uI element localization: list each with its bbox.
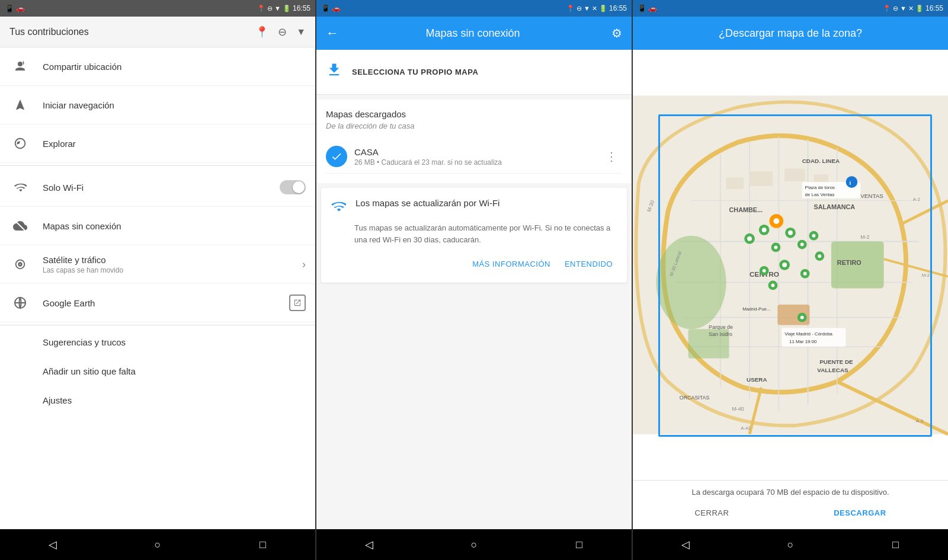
location-icon: 📍 <box>257 5 265 12</box>
sidebar-item-navigation[interactable]: Iniciar navegación <box>0 86 315 124</box>
p2-status-left: 📱 🚗 <box>321 4 341 12</box>
bottom-nav-panel1: ◁ ○ □ <box>0 529 315 560</box>
downloaded-title: Mapas descargados <box>326 109 622 119</box>
casa-meta-separator: • <box>377 158 382 167</box>
sidebar-item-offline-maps[interactable]: Mapas sin conexión <box>0 207 315 245</box>
svg-rect-27 <box>750 171 773 186</box>
p2-icon-sim: 📱 <box>321 4 330 12</box>
svg-point-62 <box>788 231 793 235</box>
back-button-p1[interactable]: ◁ <box>41 533 65 556</box>
svg-text:M-2: M-2 <box>922 273 930 278</box>
wifi-toggle[interactable] <box>280 180 306 194</box>
sidebar-item-share-location[interactable]: Compartir ubicación <box>0 47 315 86</box>
svg-point-4 <box>20 264 21 265</box>
minus-icon: ⊖ <box>267 5 273 12</box>
svg-text:Parque de: Parque de <box>709 324 733 330</box>
panel-offline-maps: 📱 🚗 📍 ⊖ ▼ ✕ 🔋 16:55 ← Mapas sin conexión… <box>316 0 632 560</box>
svg-point-56 <box>747 236 752 241</box>
sidebar-item-google-earth[interactable]: Google Earth <box>0 284 315 322</box>
svg-point-83 <box>800 316 804 319</box>
wifi-only-text: Solo Wi-Fi <box>43 183 280 193</box>
p2-nodata-icon: ✕ <box>592 5 597 12</box>
toggle-knob <box>293 181 305 193</box>
p2-location-icon: 📍 <box>566 5 575 12</box>
close-button[interactable]: CERRAR <box>680 504 743 522</box>
explore-label: Explorar <box>43 139 306 149</box>
statusbar-panel2: 📱 🚗 📍 ⊖ ▼ ✕ 🔋 16:55 <box>316 0 632 17</box>
satellite-chevron: › <box>302 258 306 271</box>
minus-header-icon[interactable]: ⊖ <box>278 25 287 39</box>
panel-menu: 📱 🚗 📍 ⊖ ▼ 🔋 16:55 Tus contribuciones 📍 ⊖… <box>0 0 315 560</box>
offline-maps-label: Mapas sin conexión <box>43 221 306 231</box>
add-place-label: Añadir un sitio que falta <box>43 366 136 376</box>
offline-maps-title: Mapas sin conexión <box>334 27 611 40</box>
select-own-map-section[interactable]: SELECCIONA TU PROPIO MAPA <box>316 50 632 95</box>
svg-point-70 <box>763 269 766 273</box>
svg-point-72 <box>803 272 807 276</box>
external-link-icon[interactable] <box>289 295 306 311</box>
svg-text:Plaza de toros: Plaza de toros <box>805 185 835 190</box>
svg-point-64 <box>800 243 804 247</box>
sidebar-item-suggestions[interactable]: Sugerencias y trucos <box>0 328 315 357</box>
svg-text:ORCASITAS: ORCASITAS <box>680 395 710 401</box>
sidebar-item-add-place[interactable]: Añadir un sitio que falta <box>0 357 315 386</box>
suggestions-label: Sugerencias y trucos <box>43 337 126 347</box>
back-button-p2[interactable]: ◁ <box>357 533 381 556</box>
recent-button-p3[interactable]: □ <box>883 533 907 556</box>
panel-download-map: 📱 🚗 📍 ⊖ ▼ ✕ 🔋 16:55 ¿Descargar mapa de l… <box>633 0 948 560</box>
recent-button-p2[interactable]: □ <box>567 533 591 556</box>
svg-text:A-3: A-3 <box>916 418 924 424</box>
home-button-p1[interactable]: ○ <box>146 533 169 556</box>
casa-map-options[interactable]: ⋮ <box>601 145 622 168</box>
location-pin-icon[interactable]: 📍 <box>255 25 268 39</box>
chevron-right-icon: › <box>302 258 306 271</box>
cloud-off-icon <box>9 215 31 236</box>
download-map-header: ¿Descargar mapa de la zona? <box>633 17 948 50</box>
p3-status-right: 📍 ⊖ ▼ ✕ 🔋 16:55 <box>883 4 943 12</box>
svg-point-84 <box>846 176 858 188</box>
google-earth-icon <box>9 292 31 313</box>
settings-icon-p2[interactable]: ⚙ <box>611 26 622 40</box>
casa-map-expiry: Caducará el 23 mar. si no se actualiza <box>382 158 502 167</box>
svg-text:RETIRO: RETIRO <box>837 259 861 266</box>
map-preview[interactable]: M-2 M-30 Lateral M-40 M-30 M-2 A-2 A-3 A… <box>633 50 948 480</box>
status-right-icons: 📍 ⊖ ▼ 🔋 16:55 <box>257 4 310 12</box>
sidebar-item-explore[interactable]: Explorar <box>0 124 315 163</box>
signal-header-icon[interactable]: ▼ <box>296 27 306 37</box>
wifi-notice-header: Los mapas se actualizarán por Wi-Fi <box>331 197 617 217</box>
wifi-only-label: Solo Wi-Fi <box>43 183 280 193</box>
share-location-label: Compartir ubicación <box>43 62 306 72</box>
home-button-p3[interactable]: ○ <box>779 533 802 556</box>
svg-text:Madrid-Pue...: Madrid-Pue... <box>742 306 770 312</box>
downloaded-subtitle: De la dirección de tu casa <box>326 121 622 130</box>
wifi-ok-button[interactable]: ENTENDIDO <box>560 255 617 273</box>
download-map-content: M-2 M-30 Lateral M-40 M-30 M-2 A-2 A-3 A… <box>633 50 948 529</box>
sidebar-item-settings[interactable]: Ajustes <box>0 386 315 415</box>
svg-text:CHAMBE...: CHAMBE... <box>729 206 763 213</box>
p3-battery-icon: 🔋 <box>915 5 924 12</box>
recent-button-p1[interactable]: □ <box>251 533 274 556</box>
p3-status-left: 📱 🚗 <box>638 4 657 12</box>
svg-text:i: i <box>850 180 851 186</box>
svg-text:A-2: A-2 <box>913 197 920 202</box>
download-button[interactable]: DESCARGAR <box>819 504 900 522</box>
sidebar-item-wifi-only[interactable]: Solo Wi-Fi <box>0 168 315 207</box>
svg-text:11 Mar 19:00: 11 Mar 19:00 <box>789 339 817 344</box>
sidebar-item-satellite[interactable]: Satélite y tráfico Las capas se han movi… <box>0 245 315 284</box>
navigation-icon <box>9 94 31 116</box>
svg-text:San Isidro: San Isidro <box>709 331 732 337</box>
download-icon <box>326 62 342 82</box>
home-button-p2[interactable]: ○ <box>462 533 486 556</box>
svg-point-78 <box>773 218 779 224</box>
map-item-casa[interactable]: CASA 26 MB • Caducará el 23 mar. si no s… <box>326 140 622 174</box>
offline-maps-header: ← Mapas sin conexión ⚙ <box>316 17 632 50</box>
svg-text:Viaje Madrid - Córdoba: Viaje Madrid - Córdoba <box>784 331 832 337</box>
casa-map-size: 26 MB <box>354 158 375 167</box>
p2-time-display: 16:55 <box>609 4 627 12</box>
wifi-more-info-button[interactable]: MÁS INFORMACIÓN <box>467 255 555 273</box>
back-button-p3[interactable]: ◁ <box>674 533 697 556</box>
navigation-label: Iniciar navegación <box>43 100 306 110</box>
satellite-text: Satélite y tráfico Las capas se han movi… <box>43 255 302 274</box>
share-location-text: Compartir ubicación <box>43 62 306 72</box>
status-icon-sim: 📱 <box>5 4 14 13</box>
